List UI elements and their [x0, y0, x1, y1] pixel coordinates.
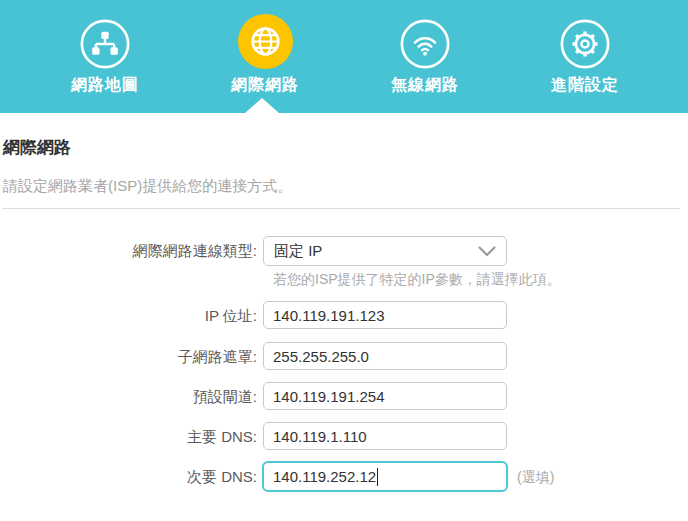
- default-gateway-row: 預設閘道:: [0, 382, 688, 412]
- text-caret: [377, 468, 378, 486]
- secondary-dns-value: 140.119.252.12: [273, 468, 376, 485]
- globe-icon: [237, 0, 294, 70]
- tab-label: 網際網路: [231, 75, 299, 96]
- tab-label: 網路地圖: [71, 75, 139, 96]
- secondary-dns-label: 次要 DNS:: [0, 462, 257, 491]
- optional-hint: (選填): [517, 462, 554, 492]
- subnet-mask-input[interactable]: [263, 342, 507, 370]
- page-title: 網際網路: [3, 136, 71, 159]
- primary-dns-input[interactable]: [263, 422, 507, 450]
- connection-type-row: 網際網路連線類型: 固定 IP: [0, 236, 688, 266]
- chevron-down-icon: [478, 246, 496, 257]
- subnet-mask-label: 子網路遮罩:: [0, 342, 257, 371]
- secondary-dns-input[interactable]: 140.119.252.12: [262, 461, 508, 492]
- primary-dns-label: 主要 DNS:: [0, 422, 257, 451]
- router-settings-page: 網路地圖 網際網路: [0, 0, 688, 521]
- tab-label: 進階設定: [551, 75, 619, 96]
- active-tab-pointer: [245, 98, 279, 113]
- subnet-mask-row: 子網路遮罩:: [0, 342, 688, 372]
- connection-type-select[interactable]: 固定 IP: [263, 236, 507, 266]
- default-gateway-input[interactable]: [263, 382, 507, 410]
- secondary-dns-row: 次要 DNS: 140.119.252.12 (選填): [0, 462, 688, 492]
- ip-address-label: IP 位址:: [0, 301, 257, 330]
- tab-wireless[interactable]: 無線網路: [345, 0, 505, 113]
- tab-advanced[interactable]: 進階設定: [505, 0, 665, 113]
- sitemap-icon: [79, 0, 131, 70]
- ip-address-row: IP 位址:: [0, 301, 688, 331]
- page-description: 請設定網路業者(ISP)提供給您的連接方式。: [3, 177, 292, 196]
- default-gateway-label: 預設閘道:: [0, 382, 257, 411]
- nav-tabs: 網路地圖 網際網路: [25, 0, 665, 113]
- primary-dns-row: 主要 DNS:: [0, 422, 688, 452]
- connection-type-value: 固定 IP: [274, 242, 322, 261]
- wifi-icon: [399, 0, 451, 70]
- connection-type-helper: 若您的ISP提供了特定的IP參數，請選擇此項。: [273, 271, 561, 289]
- gear-icon: [559, 0, 611, 70]
- connection-type-label: 網際網路連線類型:: [0, 236, 257, 266]
- tab-network-map[interactable]: 網路地圖: [25, 0, 185, 113]
- tab-internet[interactable]: 網際網路: [185, 0, 345, 113]
- top-nav-bar: 網路地圖 網際網路: [0, 0, 688, 113]
- ip-address-input[interactable]: [263, 301, 507, 329]
- tab-label: 無線網路: [391, 75, 459, 96]
- section-divider: [2, 208, 680, 209]
